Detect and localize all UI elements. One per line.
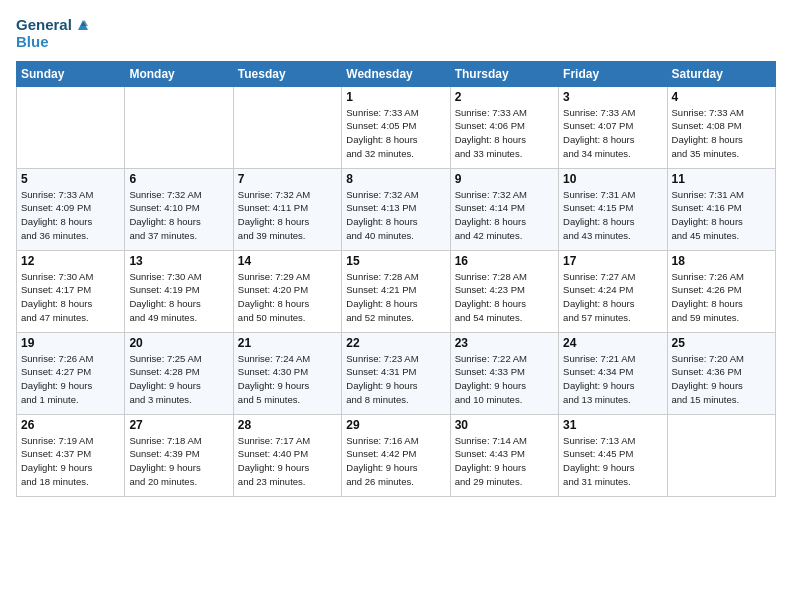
day-number: 19	[21, 336, 120, 350]
day-info: Sunrise: 7:23 AM Sunset: 4:31 PM Dayligh…	[346, 352, 445, 407]
day-number: 15	[346, 254, 445, 268]
day-cell: 19Sunrise: 7:26 AM Sunset: 4:27 PM Dayli…	[17, 332, 125, 414]
day-number: 11	[672, 172, 771, 186]
logo-triangle-icon	[74, 16, 92, 34]
week-row-1: 1Sunrise: 7:33 AM Sunset: 4:05 PM Daylig…	[17, 86, 776, 168]
day-info: Sunrise: 7:22 AM Sunset: 4:33 PM Dayligh…	[455, 352, 554, 407]
day-cell: 1Sunrise: 7:33 AM Sunset: 4:05 PM Daylig…	[342, 86, 450, 168]
day-number: 8	[346, 172, 445, 186]
day-number: 31	[563, 418, 662, 432]
day-number: 17	[563, 254, 662, 268]
day-cell: 25Sunrise: 7:20 AM Sunset: 4:36 PM Dayli…	[667, 332, 775, 414]
day-cell: 22Sunrise: 7:23 AM Sunset: 4:31 PM Dayli…	[342, 332, 450, 414]
day-number: 14	[238, 254, 337, 268]
day-cell	[125, 86, 233, 168]
day-number: 25	[672, 336, 771, 350]
day-number: 28	[238, 418, 337, 432]
day-number: 2	[455, 90, 554, 104]
weekday-wednesday: Wednesday	[342, 61, 450, 86]
day-number: 7	[238, 172, 337, 186]
day-info: Sunrise: 7:19 AM Sunset: 4:37 PM Dayligh…	[21, 434, 120, 489]
logo: General Blue	[16, 16, 92, 51]
day-cell: 26Sunrise: 7:19 AM Sunset: 4:37 PM Dayli…	[17, 414, 125, 496]
day-number: 9	[455, 172, 554, 186]
day-info: Sunrise: 7:33 AM Sunset: 4:05 PM Dayligh…	[346, 106, 445, 161]
week-row-2: 5Sunrise: 7:33 AM Sunset: 4:09 PM Daylig…	[17, 168, 776, 250]
day-number: 22	[346, 336, 445, 350]
day-number: 18	[672, 254, 771, 268]
weekday-friday: Friday	[559, 61, 667, 86]
day-cell: 16Sunrise: 7:28 AM Sunset: 4:23 PM Dayli…	[450, 250, 558, 332]
weekday-header-row: SundayMondayTuesdayWednesdayThursdayFrid…	[17, 61, 776, 86]
day-cell: 31Sunrise: 7:13 AM Sunset: 4:45 PM Dayli…	[559, 414, 667, 496]
day-number: 27	[129, 418, 228, 432]
day-info: Sunrise: 7:30 AM Sunset: 4:19 PM Dayligh…	[129, 270, 228, 325]
day-info: Sunrise: 7:25 AM Sunset: 4:28 PM Dayligh…	[129, 352, 228, 407]
day-cell: 28Sunrise: 7:17 AM Sunset: 4:40 PM Dayli…	[233, 414, 341, 496]
day-cell: 23Sunrise: 7:22 AM Sunset: 4:33 PM Dayli…	[450, 332, 558, 414]
day-info: Sunrise: 7:28 AM Sunset: 4:21 PM Dayligh…	[346, 270, 445, 325]
day-info: Sunrise: 7:26 AM Sunset: 4:26 PM Dayligh…	[672, 270, 771, 325]
day-cell: 7Sunrise: 7:32 AM Sunset: 4:11 PM Daylig…	[233, 168, 341, 250]
day-info: Sunrise: 7:33 AM Sunset: 4:07 PM Dayligh…	[563, 106, 662, 161]
day-info: Sunrise: 7:29 AM Sunset: 4:20 PM Dayligh…	[238, 270, 337, 325]
day-cell: 3Sunrise: 7:33 AM Sunset: 4:07 PM Daylig…	[559, 86, 667, 168]
day-info: Sunrise: 7:31 AM Sunset: 4:15 PM Dayligh…	[563, 188, 662, 243]
day-info: Sunrise: 7:14 AM Sunset: 4:43 PM Dayligh…	[455, 434, 554, 489]
day-cell: 2Sunrise: 7:33 AM Sunset: 4:06 PM Daylig…	[450, 86, 558, 168]
day-cell: 24Sunrise: 7:21 AM Sunset: 4:34 PM Dayli…	[559, 332, 667, 414]
day-cell: 21Sunrise: 7:24 AM Sunset: 4:30 PM Dayli…	[233, 332, 341, 414]
day-info: Sunrise: 7:33 AM Sunset: 4:06 PM Dayligh…	[455, 106, 554, 161]
day-cell: 17Sunrise: 7:27 AM Sunset: 4:24 PM Dayli…	[559, 250, 667, 332]
day-cell: 5Sunrise: 7:33 AM Sunset: 4:09 PM Daylig…	[17, 168, 125, 250]
day-info: Sunrise: 7:17 AM Sunset: 4:40 PM Dayligh…	[238, 434, 337, 489]
day-cell: 20Sunrise: 7:25 AM Sunset: 4:28 PM Dayli…	[125, 332, 233, 414]
day-number: 6	[129, 172, 228, 186]
day-cell: 30Sunrise: 7:14 AM Sunset: 4:43 PM Dayli…	[450, 414, 558, 496]
week-row-5: 26Sunrise: 7:19 AM Sunset: 4:37 PM Dayli…	[17, 414, 776, 496]
day-info: Sunrise: 7:18 AM Sunset: 4:39 PM Dayligh…	[129, 434, 228, 489]
day-info: Sunrise: 7:27 AM Sunset: 4:24 PM Dayligh…	[563, 270, 662, 325]
weekday-tuesday: Tuesday	[233, 61, 341, 86]
week-row-4: 19Sunrise: 7:26 AM Sunset: 4:27 PM Dayli…	[17, 332, 776, 414]
day-cell: 9Sunrise: 7:32 AM Sunset: 4:14 PM Daylig…	[450, 168, 558, 250]
day-info: Sunrise: 7:20 AM Sunset: 4:36 PM Dayligh…	[672, 352, 771, 407]
day-number: 4	[672, 90, 771, 104]
weekday-sunday: Sunday	[17, 61, 125, 86]
day-number: 16	[455, 254, 554, 268]
day-number: 24	[563, 336, 662, 350]
day-info: Sunrise: 7:28 AM Sunset: 4:23 PM Dayligh…	[455, 270, 554, 325]
day-cell	[17, 86, 125, 168]
day-number: 23	[455, 336, 554, 350]
day-info: Sunrise: 7:24 AM Sunset: 4:30 PM Dayligh…	[238, 352, 337, 407]
day-number: 29	[346, 418, 445, 432]
day-number: 5	[21, 172, 120, 186]
day-cell: 12Sunrise: 7:30 AM Sunset: 4:17 PM Dayli…	[17, 250, 125, 332]
day-number: 21	[238, 336, 337, 350]
day-cell: 6Sunrise: 7:32 AM Sunset: 4:10 PM Daylig…	[125, 168, 233, 250]
day-number: 1	[346, 90, 445, 104]
day-cell: 18Sunrise: 7:26 AM Sunset: 4:26 PM Dayli…	[667, 250, 775, 332]
day-cell	[667, 414, 775, 496]
day-cell: 13Sunrise: 7:30 AM Sunset: 4:19 PM Dayli…	[125, 250, 233, 332]
week-row-3: 12Sunrise: 7:30 AM Sunset: 4:17 PM Dayli…	[17, 250, 776, 332]
day-info: Sunrise: 7:32 AM Sunset: 4:10 PM Dayligh…	[129, 188, 228, 243]
day-cell: 15Sunrise: 7:28 AM Sunset: 4:21 PM Dayli…	[342, 250, 450, 332]
calendar: SundayMondayTuesdayWednesdayThursdayFrid…	[16, 61, 776, 497]
day-number: 10	[563, 172, 662, 186]
day-info: Sunrise: 7:32 AM Sunset: 4:11 PM Dayligh…	[238, 188, 337, 243]
day-number: 13	[129, 254, 228, 268]
page: General Blue SundayMondayTuesdayWednesda…	[0, 0, 792, 612]
day-cell: 14Sunrise: 7:29 AM Sunset: 4:20 PM Dayli…	[233, 250, 341, 332]
day-info: Sunrise: 7:32 AM Sunset: 4:14 PM Dayligh…	[455, 188, 554, 243]
day-info: Sunrise: 7:26 AM Sunset: 4:27 PM Dayligh…	[21, 352, 120, 407]
day-info: Sunrise: 7:16 AM Sunset: 4:42 PM Dayligh…	[346, 434, 445, 489]
weekday-saturday: Saturday	[667, 61, 775, 86]
day-cell: 8Sunrise: 7:32 AM Sunset: 4:13 PM Daylig…	[342, 168, 450, 250]
day-cell: 4Sunrise: 7:33 AM Sunset: 4:08 PM Daylig…	[667, 86, 775, 168]
logo-text-blue: Blue	[16, 34, 49, 51]
day-info: Sunrise: 7:33 AM Sunset: 4:08 PM Dayligh…	[672, 106, 771, 161]
day-info: Sunrise: 7:30 AM Sunset: 4:17 PM Dayligh…	[21, 270, 120, 325]
day-cell: 27Sunrise: 7:18 AM Sunset: 4:39 PM Dayli…	[125, 414, 233, 496]
day-number: 30	[455, 418, 554, 432]
